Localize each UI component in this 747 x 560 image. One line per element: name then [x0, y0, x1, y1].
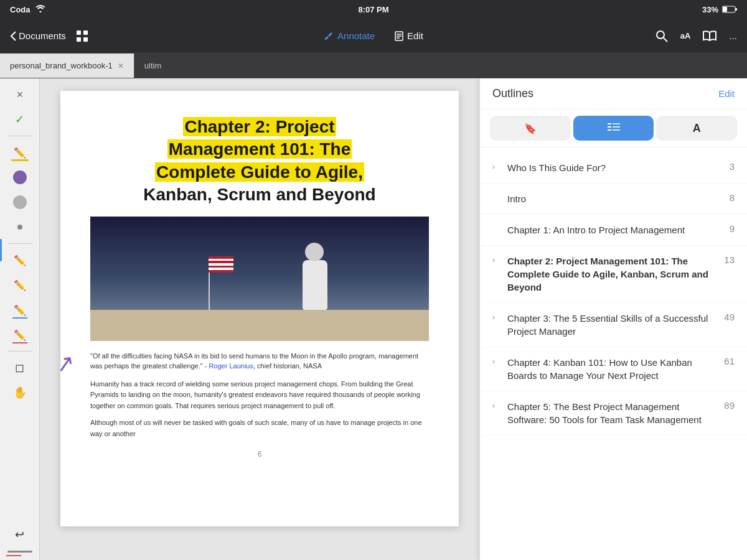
chevron-right-icon: › [492, 162, 500, 171]
back-button[interactable]: Documents [10, 30, 66, 41]
svg-rect-4 [83, 30, 88, 35]
outlines-panel: Outlines Edit 🔖 [479, 78, 747, 560]
document-page: Chapter 2: Project Management 101: The C… [60, 91, 459, 526]
undo-icon: ↩ [15, 528, 24, 541]
left-toolbar: ✕ ✓ ✏️ ✏️ ✏️ ✏️ ✏ [0, 78, 40, 560]
bookmark-icon: 🔖 [524, 123, 537, 134]
toolbar-left: Documents [10, 30, 134, 42]
eraser-button[interactable]: ◻ [6, 357, 34, 379]
edit-label: Edit [407, 30, 423, 41]
color-gray-btn[interactable] [0, 191, 39, 213]
svg-rect-6 [83, 37, 88, 42]
chevron-right-icon: › [492, 256, 500, 264]
pen-tool-button[interactable]: ✏️ [6, 141, 34, 164]
chapter-title-line2: Management 101: The [90, 138, 429, 161]
outline-item-text: Chapter 2: Project Management 101: The C… [507, 254, 712, 294]
outline-item[interactable]: › Chapter 3: The 5 Essential Skills of a… [480, 303, 747, 347]
outline-item[interactable]: › Who Is This Guide For? 3 [480, 152, 747, 184]
outline-item[interactable]: › Intro 8 [480, 184, 747, 215]
tab-bookmarks[interactable]: 🔖 [490, 116, 571, 141]
outline-item-text: Chapter 5: The Best Project Management S… [507, 400, 712, 426]
check-tool-button[interactable]: ✓ [6, 108, 34, 131]
hand-tool-button[interactable]: ✋ [6, 381, 34, 404]
undo-button[interactable]: ↩ [6, 523, 34, 546]
battery-percent: 33% [702, 5, 718, 14]
chapter-title-line1: Chapter 2: Project [90, 116, 429, 138]
list-icon [608, 122, 620, 134]
body-paragraph-1: Humanity has a track record of wielding … [90, 379, 429, 412]
document-area: Chapter 2: Project Management 101: The C… [40, 78, 479, 560]
time: 8:07 PM [358, 5, 388, 14]
title-highlight-3: Complete Guide to Agile, [155, 162, 364, 182]
toolbar-center: Annotate Edit [134, 30, 613, 41]
back-label: Documents [19, 30, 66, 41]
flag-pole [209, 266, 210, 310]
tab-personal-brand[interactable]: personal_brand_workbook-1 ✕ [0, 54, 134, 78]
eraser-icon: ◻ [15, 361, 24, 375]
american-flag [209, 256, 233, 273]
pencil-tool-button[interactable]: ✏️ [6, 249, 34, 271]
chapter-title-container: Chapter 2: Project Management 101: The C… [90, 116, 429, 207]
marker-blue-button[interactable]: ✏️ [6, 299, 34, 321]
color-purple-btn[interactable] [0, 166, 39, 189]
gray-color-swatch[interactable] [13, 195, 27, 209]
reader-button[interactable] [703, 30, 716, 42]
tab-outline-list[interactable] [573, 116, 654, 141]
outline-item-page: 3 [720, 161, 735, 172]
tab-ulitm[interactable]: ultim [134, 54, 171, 78]
outline-item-page: 89 [720, 400, 735, 411]
outline-item[interactable]: › Chapter 4: Kanban 101: How to Use Kanb… [480, 347, 747, 391]
pencil-icon: ✏️ [14, 254, 26, 266]
purple-color-swatch[interactable] [13, 170, 27, 184]
quote-link-roger[interactable]: Roger Launius [209, 362, 253, 370]
marker-red2-icon: ✏️ [14, 329, 26, 341]
body-paragraph-2: Although most of us will never be tasked… [90, 418, 429, 439]
svg-rect-5 [77, 37, 81, 42]
title-highlight-2: Management 101: The [167, 139, 352, 159]
toolbar-right: aA ... [613, 30, 737, 42]
more-label: ... [729, 30, 737, 41]
outline-item-page: 8 [720, 192, 735, 203]
search-button[interactable] [655, 30, 668, 42]
chevron-right-icon: › [492, 313, 500, 322]
panel-edit-button[interactable]: Edit [718, 88, 735, 99]
marker-red-underline [6, 555, 21, 556]
outline-item[interactable]: › Chapter 5: The Best Project Management… [480, 391, 747, 436]
color-dot-btn[interactable] [0, 216, 39, 238]
svg-rect-3 [77, 30, 81, 35]
close-tool-button[interactable]: ✕ [6, 83, 34, 106]
more-button[interactable]: ... [729, 30, 737, 41]
tab-font[interactable]: A [656, 116, 737, 141]
panel-header: Outlines Edit [480, 78, 747, 110]
outline-item[interactable]: › Chapter 1: An Intro to Project Managem… [480, 215, 747, 246]
tool-divider-2 [7, 243, 32, 244]
app-name: Coda [10, 5, 31, 14]
outline-item-text: Who Is This Guide For? [507, 161, 712, 174]
outline-item-active[interactable]: › Chapter 2: Project Management 101: The… [480, 246, 747, 303]
pen-icon: ✏️ [14, 147, 26, 159]
chevron-right-icon: › [492, 401, 500, 410]
small-dot-swatch[interactable] [17, 225, 22, 230]
annotate-label: Annotate [337, 30, 375, 41]
main-content: ✕ ✓ ✏️ ✏️ ✏️ ✏️ ✏ [0, 78, 747, 560]
tab2-label: ultim [144, 61, 161, 70]
astronaut-body [303, 260, 327, 310]
chapter-title-line4: Kanban, Scrum and Beyond [90, 184, 429, 206]
marker-red2-underline [12, 342, 27, 343]
status-bar-right: 33% [702, 5, 737, 14]
edit-button[interactable]: Edit [395, 30, 423, 41]
marker-red2-button[interactable]: ✏️ [6, 324, 34, 346]
marker-red-button[interactable]: ✏️ [6, 274, 34, 296]
outline-item-text: Chapter 1: An Intro to Project Managemen… [507, 223, 712, 236]
tabs-bar: personal_brand_workbook-1 ✕ ultim [0, 54, 747, 78]
chevron-right-icon: › [492, 357, 500, 366]
annotate-button[interactable]: Annotate [324, 30, 375, 41]
status-bar-center: 8:07 PM [358, 5, 388, 14]
font-size-button[interactable]: aA [680, 31, 691, 40]
tab1-close-icon[interactable]: ✕ [118, 62, 124, 70]
panel-tabs: 🔖 A [480, 110, 747, 147]
grid-button[interactable] [76, 30, 88, 42]
marker-blue-icon: ✏️ [14, 304, 26, 316]
svg-point-11 [657, 31, 664, 39]
status-bar: Coda 8:07 PM 33% [0, 0, 747, 19]
